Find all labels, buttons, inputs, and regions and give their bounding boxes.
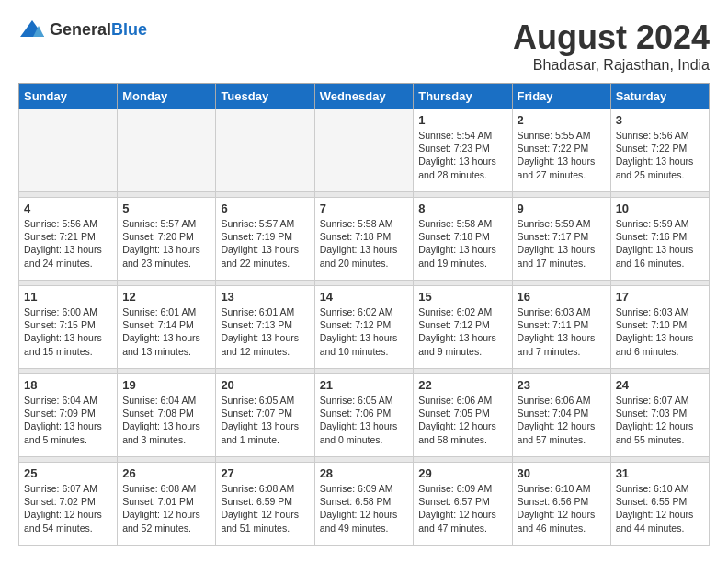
day-info: Sunrise: 5:58 AM Sunset: 7:18 PM Dayligh…: [320, 217, 409, 270]
day-info: Sunrise: 6:08 AM Sunset: 6:59 PM Dayligh…: [221, 482, 309, 534]
day-number: 19: [122, 378, 210, 392]
day-info: Sunrise: 6:04 AM Sunset: 7:09 PM Dayligh…: [24, 394, 112, 446]
day-info: Sunrise: 6:10 AM Sunset: 6:56 PM Dayligh…: [518, 482, 606, 534]
calendar-day: 30Sunrise: 6:10 AM Sunset: 6:56 PM Dayli…: [512, 463, 610, 546]
calendar-week-row: 25Sunrise: 6:07 AM Sunset: 7:02 PM Dayli…: [19, 463, 710, 546]
weekday-header: Thursday: [414, 84, 512, 109]
calendar-day: [216, 109, 314, 192]
day-number: 3: [616, 113, 704, 127]
calendar-day: 7Sunrise: 5:58 AM Sunset: 7:18 PM Daylig…: [314, 198, 414, 281]
calendar: SundayMondayTuesdayWednesdayThursdayFrid…: [18, 83, 710, 546]
day-info: Sunrise: 6:09 AM Sunset: 6:58 PM Dayligh…: [320, 482, 409, 534]
day-info: Sunrise: 5:57 AM Sunset: 7:20 PM Dayligh…: [122, 217, 210, 270]
calendar-day: 18Sunrise: 6:04 AM Sunset: 7:09 PM Dayli…: [19, 374, 118, 457]
day-info: Sunrise: 6:03 AM Sunset: 7:11 PM Dayligh…: [518, 305, 606, 358]
page-header: GeneralBlue August 2024 Bhadasar, Rajast…: [18, 18, 710, 74]
logo: GeneralBlue: [18, 18, 147, 41]
day-number: 21: [320, 378, 409, 392]
day-number: 2: [518, 113, 606, 127]
location: Bhadasar, Rajasthan, India: [513, 57, 710, 74]
day-info: Sunrise: 6:00 AM Sunset: 7:15 PM Dayligh…: [24, 305, 112, 358]
calendar-day: 19Sunrise: 6:04 AM Sunset: 7:08 PM Dayli…: [118, 374, 216, 457]
calendar-week-row: 1Sunrise: 5:54 AM Sunset: 7:23 PM Daylig…: [19, 109, 710, 192]
day-number: 22: [418, 378, 506, 392]
day-number: 8: [418, 201, 506, 215]
day-number: 1: [418, 113, 506, 127]
weekday-header: Tuesday: [216, 84, 314, 109]
day-info: Sunrise: 6:09 AM Sunset: 6:57 PM Dayligh…: [418, 482, 506, 534]
calendar-day: 23Sunrise: 6:06 AM Sunset: 7:04 PM Dayli…: [512, 374, 610, 457]
day-info: Sunrise: 6:08 AM Sunset: 7:01 PM Dayligh…: [122, 482, 210, 534]
day-number: 7: [320, 201, 409, 215]
calendar-day: 24Sunrise: 6:07 AM Sunset: 7:03 PM Dayli…: [610, 374, 709, 457]
day-number: 18: [24, 378, 112, 392]
calendar-day: 28Sunrise: 6:09 AM Sunset: 6:58 PM Dayli…: [314, 463, 414, 546]
day-info: Sunrise: 5:54 AM Sunset: 7:23 PM Dayligh…: [418, 129, 506, 181]
day-info: Sunrise: 5:58 AM Sunset: 7:18 PM Dayligh…: [418, 217, 506, 270]
day-number: 12: [122, 290, 210, 304]
day-number: 13: [221, 290, 309, 304]
day-number: 23: [518, 378, 606, 392]
calendar-week-row: 18Sunrise: 6:04 AM Sunset: 7:09 PM Dayli…: [19, 374, 710, 457]
day-number: 15: [418, 290, 506, 304]
day-number: 16: [518, 290, 606, 304]
calendar-day: 15Sunrise: 6:02 AM Sunset: 7:12 PM Dayli…: [414, 286, 512, 369]
day-info: Sunrise: 5:56 AM Sunset: 7:22 PM Dayligh…: [616, 129, 704, 181]
day-info: Sunrise: 5:56 AM Sunset: 7:21 PM Dayligh…: [24, 217, 112, 270]
day-number: 31: [616, 466, 704, 480]
day-info: Sunrise: 5:57 AM Sunset: 7:19 PM Dayligh…: [221, 217, 309, 270]
weekday-header: Wednesday: [314, 84, 414, 109]
day-number: 4: [24, 201, 112, 215]
calendar-day: 12Sunrise: 6:01 AM Sunset: 7:14 PM Dayli…: [118, 286, 216, 369]
calendar-day: 14Sunrise: 6:02 AM Sunset: 7:12 PM Dayli…: [314, 286, 414, 369]
weekday-header: Sunday: [19, 84, 118, 109]
day-number: 27: [221, 466, 309, 480]
calendar-day: 21Sunrise: 6:05 AM Sunset: 7:06 PM Dayli…: [314, 374, 414, 457]
calendar-day: 31Sunrise: 6:10 AM Sunset: 6:55 PM Dayli…: [610, 463, 709, 546]
calendar-day: 20Sunrise: 6:05 AM Sunset: 7:07 PM Dayli…: [216, 374, 314, 457]
calendar-day: 5Sunrise: 5:57 AM Sunset: 7:20 PM Daylig…: [118, 198, 216, 281]
day-number: 25: [24, 466, 112, 480]
calendar-day: 2Sunrise: 5:55 AM Sunset: 7:22 PM Daylig…: [512, 109, 610, 192]
day-number: 26: [122, 466, 210, 480]
day-info: Sunrise: 5:59 AM Sunset: 7:17 PM Dayligh…: [518, 217, 606, 270]
day-info: Sunrise: 6:07 AM Sunset: 7:02 PM Dayligh…: [24, 482, 112, 534]
calendar-day: 22Sunrise: 6:06 AM Sunset: 7:05 PM Dayli…: [414, 374, 512, 457]
month-year: August 2024: [513, 18, 710, 57]
calendar-day: 17Sunrise: 6:03 AM Sunset: 7:10 PM Dayli…: [610, 286, 709, 369]
calendar-day: 10Sunrise: 5:59 AM Sunset: 7:16 PM Dayli…: [610, 198, 709, 281]
logo-icon: [18, 18, 46, 41]
calendar-day: 16Sunrise: 6:03 AM Sunset: 7:11 PM Dayli…: [512, 286, 610, 369]
calendar-day: 8Sunrise: 5:58 AM Sunset: 7:18 PM Daylig…: [414, 198, 512, 281]
day-number: 20: [221, 378, 309, 392]
calendar-day: 1Sunrise: 5:54 AM Sunset: 7:23 PM Daylig…: [414, 109, 512, 192]
day-info: Sunrise: 6:05 AM Sunset: 7:06 PM Dayligh…: [320, 394, 409, 446]
day-number: 17: [616, 290, 704, 304]
day-info: Sunrise: 6:01 AM Sunset: 7:13 PM Dayligh…: [221, 305, 309, 358]
calendar-day: 9Sunrise: 5:59 AM Sunset: 7:17 PM Daylig…: [512, 198, 610, 281]
calendar-day: [19, 109, 118, 192]
calendar-day: [314, 109, 414, 192]
calendar-day: 13Sunrise: 6:01 AM Sunset: 7:13 PM Dayli…: [216, 286, 314, 369]
day-info: Sunrise: 6:02 AM Sunset: 7:12 PM Dayligh…: [418, 305, 506, 358]
day-info: Sunrise: 6:07 AM Sunset: 7:03 PM Dayligh…: [616, 394, 704, 446]
day-info: Sunrise: 6:02 AM Sunset: 7:12 PM Dayligh…: [320, 305, 409, 358]
calendar-day: 25Sunrise: 6:07 AM Sunset: 7:02 PM Dayli…: [19, 463, 118, 546]
day-number: 5: [122, 201, 210, 215]
calendar-week-row: 4Sunrise: 5:56 AM Sunset: 7:21 PM Daylig…: [19, 198, 710, 281]
day-info: Sunrise: 6:05 AM Sunset: 7:07 PM Dayligh…: [221, 394, 309, 446]
day-info: Sunrise: 6:10 AM Sunset: 6:55 PM Dayligh…: [616, 482, 704, 534]
calendar-week-row: 11Sunrise: 6:00 AM Sunset: 7:15 PM Dayli…: [19, 286, 710, 369]
day-number: 30: [518, 466, 606, 480]
day-number: 24: [616, 378, 704, 392]
day-info: Sunrise: 5:55 AM Sunset: 7:22 PM Dayligh…: [518, 129, 606, 181]
day-number: 10: [616, 201, 704, 215]
title-block: August 2024 Bhadasar, Rajasthan, India: [513, 18, 710, 74]
weekday-header-row: SundayMondayTuesdayWednesdayThursdayFrid…: [19, 84, 710, 109]
day-number: 11: [24, 290, 112, 304]
day-info: Sunrise: 5:59 AM Sunset: 7:16 PM Dayligh…: [616, 217, 704, 270]
day-info: Sunrise: 6:06 AM Sunset: 7:04 PM Dayligh…: [518, 394, 606, 446]
weekday-header: Friday: [512, 84, 610, 109]
calendar-day: [118, 109, 216, 192]
calendar-day: 29Sunrise: 6:09 AM Sunset: 6:57 PM Dayli…: [414, 463, 512, 546]
